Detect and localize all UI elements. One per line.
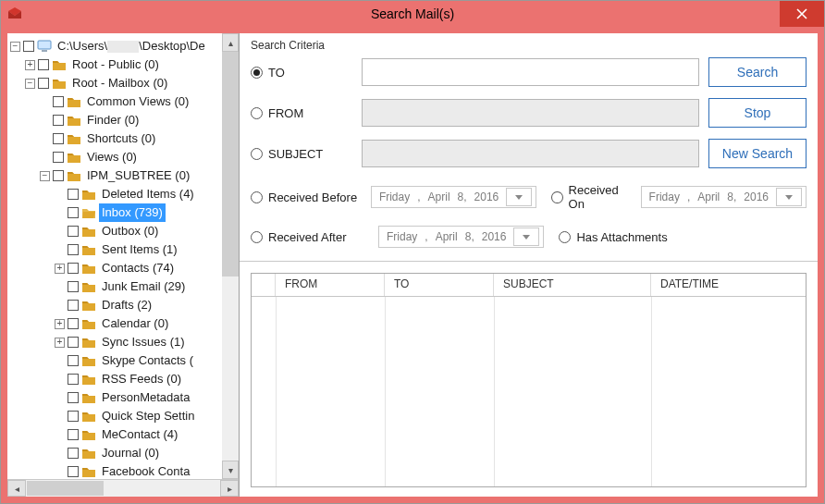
radio-from[interactable]: FROM bbox=[251, 106, 352, 120]
from-input[interactable] bbox=[362, 99, 699, 127]
calendar-dropdown-icon[interactable] bbox=[506, 188, 532, 206]
tree-item-personmeta[interactable]: PersonMetadata bbox=[55, 388, 239, 407]
scroll-track[interactable] bbox=[27, 481, 219, 496]
checkbox[interactable] bbox=[53, 96, 64, 107]
folder-icon bbox=[67, 151, 81, 164]
checkbox[interactable] bbox=[68, 281, 79, 292]
tree-label: Finder (0) bbox=[84, 111, 142, 129]
subject-input[interactable] bbox=[362, 140, 699, 167]
column-subject[interactable]: SUBJECT bbox=[494, 274, 651, 296]
tree-item-contacts[interactable]: +Contacts (74) bbox=[55, 259, 239, 277]
checkbox[interactable] bbox=[68, 355, 79, 366]
checkbox[interactable] bbox=[68, 448, 79, 459]
radio-label: SUBJECT bbox=[268, 147, 323, 161]
calendar-dropdown-icon[interactable] bbox=[513, 227, 539, 246]
tree-label: Root - Mailbox (0) bbox=[69, 74, 170, 92]
checkbox[interactable] bbox=[68, 207, 79, 218]
expand-icon[interactable]: + bbox=[25, 60, 35, 70]
folder-icon bbox=[67, 114, 81, 127]
scroll-track[interactable] bbox=[222, 52, 239, 461]
checkbox[interactable] bbox=[68, 411, 79, 422]
tree-item-finder[interactable]: Finder (0) bbox=[40, 111, 239, 129]
checkbox[interactable] bbox=[68, 429, 79, 440]
checkbox[interactable] bbox=[53, 152, 64, 163]
tree-item-mecontact[interactable]: MeContact (4) bbox=[55, 425, 239, 444]
tree-item-sync[interactable]: +Sync Issues (1) bbox=[55, 333, 239, 351]
tree-item-facebook[interactable]: Facebook Conta bbox=[55, 462, 239, 479]
results-body bbox=[252, 297, 806, 486]
date-picker-before[interactable]: Friday, April 8, 2016 bbox=[371, 186, 536, 208]
vertical-scrollbar[interactable]: ▴ ▾ bbox=[222, 33, 239, 479]
column-from[interactable]: FROM bbox=[276, 274, 385, 296]
checkbox[interactable] bbox=[68, 244, 79, 255]
new-search-button[interactable]: New Search bbox=[708, 139, 807, 168]
checkbox[interactable] bbox=[68, 226, 79, 237]
close-button[interactable] bbox=[780, 1, 824, 27]
tree-item-root-mailbox[interactable]: − Root - Mailbox (0) bbox=[25, 74, 239, 92]
tree-item-shortcuts[interactable]: Shortcuts (0) bbox=[40, 129, 239, 148]
date-picker-on[interactable]: Friday, April 8, 2016 bbox=[641, 186, 807, 208]
checkbox[interactable] bbox=[68, 374, 79, 385]
radio-received-on[interactable]: Received On bbox=[551, 183, 633, 211]
tree-item-skype[interactable]: Skype Contacts ( bbox=[55, 351, 239, 370]
radio-has-attachments[interactable]: Has Attachments bbox=[559, 230, 667, 244]
tree-item-journal[interactable]: Journal (0) bbox=[55, 444, 239, 462]
horizontal-scrollbar[interactable]: ◂ ▸ bbox=[7, 479, 239, 497]
scroll-down-button[interactable]: ▾ bbox=[222, 461, 239, 479]
column-to[interactable]: TO bbox=[385, 274, 494, 296]
expand-icon[interactable]: − bbox=[10, 42, 20, 52]
tree-item-drafts[interactable]: Drafts (2) bbox=[55, 296, 239, 314]
scroll-right-button[interactable]: ▸ bbox=[220, 480, 239, 497]
to-input[interactable] bbox=[362, 58, 699, 86]
expand-icon[interactable]: + bbox=[55, 264, 65, 274]
radio-received-before[interactable]: Received Before bbox=[251, 191, 363, 204]
tree-root[interactable]: − C:\Users\\Desktop\De bbox=[10, 37, 239, 55]
checkbox[interactable] bbox=[68, 392, 79, 403]
search-button[interactable]: Search bbox=[708, 57, 807, 87]
tree-item-outbox[interactable]: Outbox (0) bbox=[55, 222, 239, 240]
tree-item-sent[interactable]: Sent Items (1) bbox=[55, 240, 239, 259]
tree-item-ipm-subtree[interactable]: −IPM_SUBTREE (0) bbox=[40, 166, 239, 185]
scroll-left-button[interactable]: ◂ bbox=[7, 480, 26, 497]
checkbox[interactable] bbox=[38, 59, 49, 70]
expand-icon[interactable]: − bbox=[40, 171, 50, 181]
scroll-thumb[interactable] bbox=[27, 481, 104, 496]
radio-received-after[interactable]: Received After bbox=[251, 230, 371, 244]
tree-item-deleted[interactable]: Deleted Items (4) bbox=[55, 185, 239, 203]
column-marker[interactable] bbox=[252, 274, 276, 296]
checkbox[interactable] bbox=[68, 189, 79, 200]
checkbox[interactable] bbox=[38, 78, 49, 89]
expand-icon[interactable]: + bbox=[55, 319, 65, 329]
checkbox[interactable] bbox=[68, 337, 79, 348]
date-picker-after[interactable]: Friday, April 8, 2016 bbox=[378, 226, 544, 248]
calendar-dropdown-icon[interactable] bbox=[776, 188, 802, 206]
scroll-thumb[interactable] bbox=[222, 52, 239, 277]
checkbox[interactable] bbox=[53, 115, 64, 126]
stop-button[interactable]: Stop bbox=[708, 98, 807, 128]
tree-label: Outbox (0) bbox=[99, 222, 161, 240]
criteria-row-dates-1: Received Before Friday, April 8, 2016 Re… bbox=[251, 183, 807, 211]
expand-icon[interactable]: + bbox=[55, 338, 65, 348]
tree-item-root-public[interactable]: + Root - Public (0) bbox=[25, 55, 239, 74]
radio-subject[interactable]: SUBJECT bbox=[251, 147, 352, 161]
tree-item-inbox[interactable]: Inbox (739) bbox=[55, 203, 239, 222]
tree-item-quickstep[interactable]: Quick Step Settin bbox=[55, 407, 239, 425]
tree-item-rss[interactable]: RSS Feeds (0) bbox=[55, 370, 239, 388]
checkbox[interactable] bbox=[68, 263, 79, 274]
tree-item-calendar[interactable]: +Calendar (0) bbox=[55, 314, 239, 333]
checkbox[interactable] bbox=[68, 300, 79, 311]
results-table[interactable]: FROM TO SUBJECT DATE/TIME bbox=[251, 273, 807, 487]
checkbox[interactable] bbox=[53, 170, 64, 181]
checkbox[interactable] bbox=[68, 318, 79, 329]
tree-item-views[interactable]: Views (0) bbox=[40, 148, 239, 166]
checkbox[interactable] bbox=[68, 466, 79, 477]
scroll-up-button[interactable]: ▴ bbox=[222, 33, 239, 52]
column-datetime[interactable]: DATE/TIME bbox=[651, 274, 806, 296]
checkbox[interactable] bbox=[53, 133, 64, 144]
expand-icon[interactable]: − bbox=[25, 79, 35, 89]
folder-tree[interactable]: − C:\Users\\Desktop\De + bbox=[10, 37, 239, 479]
checkbox[interactable] bbox=[23, 41, 34, 52]
tree-item-common-views[interactable]: Common Views (0) bbox=[40, 92, 239, 111]
tree-item-junk[interactable]: Junk Email (29) bbox=[55, 277, 239, 296]
radio-to[interactable]: TO bbox=[251, 66, 352, 80]
